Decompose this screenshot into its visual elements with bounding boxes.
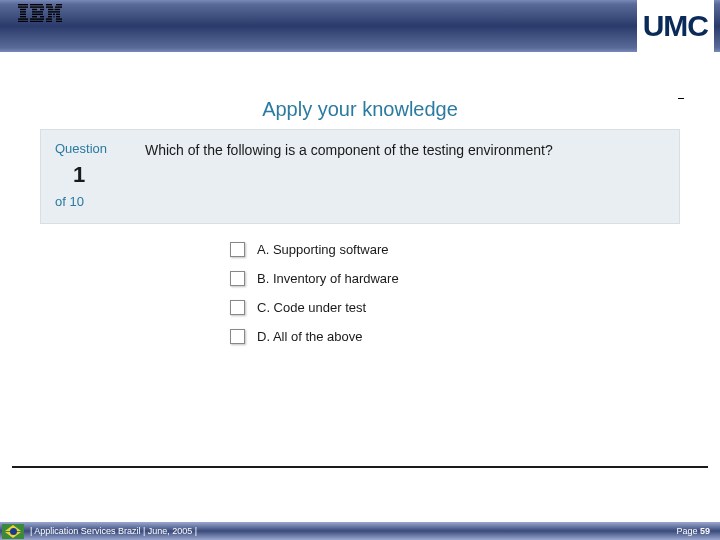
svg-rect-7 [18, 21, 28, 22]
svg-rect-3 [20, 11, 26, 12]
svg-rect-29 [54, 16, 55, 17]
footer-left: | Application Services Brazil | June, 20… [0, 524, 197, 539]
ibm-logo [18, 4, 62, 22]
svg-rect-31 [46, 18, 52, 19]
question-meta: Question 1 of 10 [55, 140, 145, 211]
svg-rect-22 [48, 9, 54, 10]
svg-rect-2 [20, 9, 26, 10]
svg-rect-12 [32, 11, 43, 12]
svg-rect-5 [20, 16, 26, 17]
question-number: 1 [73, 160, 145, 191]
svg-rect-9 [30, 6, 44, 7]
answer-label-b: B. Inventory of hardware [257, 271, 399, 286]
answer-row: C. Code under test [230, 300, 690, 315]
svg-rect-14 [32, 16, 37, 17]
question-block: Question 1 of 10 Which of the following … [40, 129, 680, 224]
answer-label-a: A. Supporting software [257, 242, 389, 257]
answer-label-d: D. All of the above [257, 329, 363, 344]
svg-rect-16 [30, 18, 44, 19]
footer-bar: | Application Services Brazil | June, 20… [0, 522, 720, 540]
svg-rect-0 [18, 4, 28, 5]
svg-rect-18 [46, 4, 52, 5]
question-label: Question [55, 140, 145, 158]
svg-rect-6 [18, 18, 28, 19]
svg-rect-10 [32, 9, 37, 10]
umc-logo: UMC [643, 9, 708, 43]
checkbox-b[interactable] [230, 271, 245, 286]
content-area: Apply your knowledge Question 1 of 10 Wh… [0, 98, 720, 344]
svg-rect-23 [55, 9, 61, 10]
svg-rect-32 [56, 18, 62, 19]
umc-logo-box: UMC [637, 0, 714, 52]
svg-rect-33 [46, 21, 52, 22]
answer-label-c: C. Code under test [257, 300, 366, 315]
header-bar: UMC [0, 0, 720, 52]
svg-rect-1 [18, 6, 28, 7]
page-title: Apply your knowledge [30, 98, 690, 121]
brazil-flag-icon [2, 524, 24, 539]
footer-text: | Application Services Brazil | June, 20… [30, 526, 197, 536]
svg-rect-4 [20, 14, 26, 15]
checkbox-a[interactable] [230, 242, 245, 257]
svg-rect-11 [40, 9, 44, 10]
checkbox-d[interactable] [230, 329, 245, 344]
svg-rect-17 [30, 21, 43, 22]
question-of-total: of 10 [55, 193, 145, 211]
svg-rect-19 [56, 4, 62, 5]
answer-row: B. Inventory of hardware [230, 271, 690, 286]
svg-rect-24 [48, 11, 60, 12]
checkbox-c[interactable] [230, 300, 245, 315]
svg-rect-8 [30, 4, 43, 5]
svg-rect-30 [56, 16, 60, 17]
svg-rect-15 [40, 16, 44, 17]
svg-rect-20 [46, 6, 53, 7]
svg-rect-25 [48, 14, 52, 15]
svg-rect-21 [55, 6, 62, 7]
answers-list: A. Supporting software B. Inventory of h… [230, 242, 690, 344]
page-number-value: 59 [700, 526, 710, 536]
page-label: Page [676, 526, 700, 536]
svg-rect-13 [32, 14, 43, 15]
page-number: Page 59 [676, 526, 710, 536]
horizontal-divider [12, 466, 708, 468]
svg-rect-27 [56, 14, 60, 15]
svg-rect-28 [48, 16, 52, 17]
svg-rect-26 [53, 14, 55, 15]
answer-row: D. All of the above [230, 329, 690, 344]
decorative-mark [678, 98, 684, 99]
question-text: Which of the following is a component of… [145, 140, 665, 211]
answer-row: A. Supporting software [230, 242, 690, 257]
svg-rect-34 [56, 21, 62, 22]
